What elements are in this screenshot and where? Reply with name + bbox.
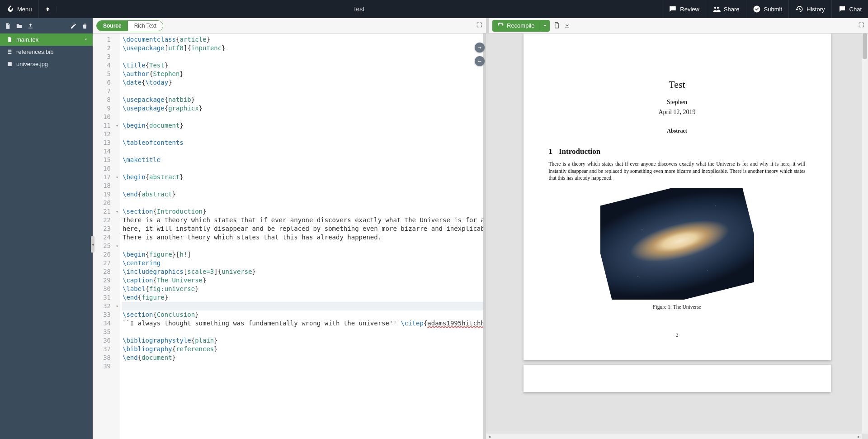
review-button[interactable]: Review [662, 0, 706, 18]
refresh-icon [498, 23, 504, 29]
paragraph-text: There is a theory which states that if e… [549, 161, 806, 182]
share-button[interactable]: Share [706, 0, 746, 18]
file-menu-caret[interactable] [84, 36, 88, 43]
source-mode-button[interactable]: Source [97, 21, 128, 31]
doc-author: Stephen [549, 99, 806, 106]
preview-scrollbar-horizontal[interactable]: ◂ ▸ [486, 434, 862, 439]
top-menubar: Menu test Review Share Submit History Ch… [0, 0, 868, 18]
download-icon [564, 22, 571, 29]
code-content[interactable]: \documentclass{article}\usepackage[utf8]… [120, 33, 483, 439]
editor-toolbar: Source Rich Text [93, 18, 486, 33]
figure: Figure 1: The Universe [549, 188, 806, 310]
file-item-universe-jpg[interactable]: universe.jpg [0, 58, 93, 70]
expand-icon [858, 22, 864, 28]
file-type-icon [6, 49, 13, 55]
chat-icon [838, 5, 846, 13]
menu-button[interactable]: Menu [0, 0, 39, 18]
submit-icon [753, 5, 761, 13]
menu-label: Menu [17, 6, 32, 13]
chat-button[interactable]: Chat [831, 0, 868, 18]
abstract-heading: Abstract [549, 128, 806, 134]
upload-icon[interactable] [27, 23, 34, 29]
review-label: Review [680, 6, 699, 13]
pdf-preview[interactable]: Test Stephen April 12, 2019 Abstract 1In… [486, 33, 868, 439]
recompile-dropdown[interactable] [540, 20, 550, 32]
sync-code-to-pdf-button[interactable]: → [475, 43, 485, 52]
delete-icon[interactable] [81, 23, 88, 29]
download-pdf-button[interactable] [564, 22, 571, 30]
share-icon [712, 5, 721, 13]
code-editor[interactable]: 1234567891011121314151617181920212223242… [93, 33, 486, 439]
share-label: Share [724, 6, 740, 13]
arrow-up-icon [45, 6, 51, 12]
sync-pdf-to-code-button[interactable]: ← [475, 56, 485, 66]
figure-caption: Figure 1: The Universe [549, 304, 806, 310]
chat-label: Chat [849, 6, 862, 13]
file-type-icon [6, 37, 13, 43]
section-number: 1 [549, 147, 553, 156]
editor-mode-toggle: Source Rich Text [96, 20, 163, 31]
fold-gutter: ▾▾▾▾▾ [114, 33, 120, 439]
editor-fullscreen-button[interactable] [476, 22, 482, 29]
submit-button[interactable]: Submit [746, 0, 788, 18]
history-label: History [807, 6, 825, 13]
preview-fullscreen-button[interactable] [858, 22, 864, 29]
toolbar-row: Source Rich Text Recompile [0, 18, 868, 33]
pdf-page: Test Stephen April 12, 2019 Abstract 1In… [524, 33, 831, 360]
project-title[interactable]: test [57, 0, 662, 18]
file-tree-toolbar [0, 18, 93, 33]
recompile-button-group: Recompile [492, 20, 550, 32]
file-icon [553, 22, 560, 29]
new-folder-icon[interactable] [16, 23, 23, 29]
page-number: 2 [549, 332, 806, 338]
line-number-gutter: 1234567891011121314151617181920212223242… [93, 33, 114, 439]
file-item-main-tex[interactable]: main.tex [0, 33, 93, 46]
sync-arrows: → ← [475, 43, 485, 66]
doc-date: April 12, 2019 [549, 109, 806, 116]
main-area: main.texreferences.bibuniverse.jpg ◂ 123… [0, 33, 868, 439]
rich-text-mode-button[interactable]: Rich Text [128, 21, 163, 31]
overleaf-logo-icon [6, 5, 14, 13]
file-tree: main.texreferences.bibuniverse.jpg ◂ [0, 33, 93, 439]
preview-scrollbar-vertical[interactable] [862, 33, 868, 434]
file-name: main.tex [16, 36, 38, 43]
universe-image [600, 188, 754, 300]
rename-icon[interactable] [70, 23, 77, 29]
history-button[interactable]: History [788, 0, 831, 18]
history-icon [795, 5, 803, 13]
logs-button[interactable] [553, 22, 560, 30]
file-type-icon [6, 61, 13, 67]
caret-down-icon [542, 23, 548, 29]
doc-title: Test [549, 79, 806, 91]
preview-toolbar: Recompile [486, 18, 868, 33]
scroll-right-arrow[interactable]: ▸ [855, 434, 862, 439]
scroll-left-arrow[interactable]: ◂ [486, 434, 492, 439]
section-title: Introduction [559, 147, 600, 156]
menubar-left: Menu [0, 0, 57, 18]
file-name: references.bib [16, 48, 53, 55]
collapse-filetree-handle[interactable]: ◂ [91, 236, 94, 253]
file-item-references-bib[interactable]: references.bib [0, 46, 93, 58]
menubar-right: Review Share Submit History Chat [662, 0, 868, 18]
expand-icon [476, 22, 482, 28]
back-button[interactable] [39, 6, 57, 12]
review-icon [669, 5, 677, 13]
submit-label: Submit [764, 6, 782, 13]
file-name: universe.jpg [16, 61, 48, 67]
section-heading: 1Introduction [549, 147, 806, 156]
new-file-icon[interactable] [5, 23, 11, 29]
pdf-page-next [524, 365, 831, 392]
recompile-label: Recompile [507, 22, 534, 29]
